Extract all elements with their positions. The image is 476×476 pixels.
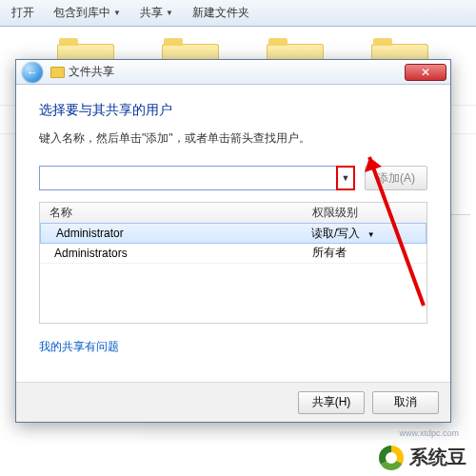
toolbar-new-folder[interactable]: 新建文件夹 [185, 2, 257, 24]
toolbar-include-label: 包含到库中 [53, 5, 110, 21]
chevron-down-icon: ▼ [166, 9, 173, 17]
watermark: www.xtdpc.com [399, 428, 459, 438]
brand-text: 系统豆 [409, 445, 466, 470]
brand: 系统豆 [379, 445, 466, 470]
arrow-left-icon: ← [27, 66, 38, 79]
brand-logo-icon [379, 446, 404, 470]
close-icon: ✕ [421, 66, 430, 79]
permission-label: 所有者 [312, 246, 347, 259]
row-permission-cell: 所有者 [312, 245, 426, 261]
chevron-down-icon: ▼ [342, 173, 350, 183]
add-button[interactable]: 添加(A) [365, 166, 427, 190]
dialog-title: 文件共享 [69, 64, 114, 80]
toolbar-open[interactable]: 打开 [4, 2, 42, 24]
list-row[interactable]: Administrators 所有者 [40, 243, 426, 264]
user-name-input[interactable] [40, 167, 336, 189]
chevron-down-icon: ▼ [367, 230, 375, 239]
list-header: 名称 权限级别 [40, 203, 426, 224]
user-input-row: ▼ 添加(A) [39, 166, 427, 190]
help-link[interactable]: 我的共享有问题 [39, 339, 119, 355]
user-dropdown-button[interactable]: ▼ [336, 166, 355, 190]
breadcrumb: 文件共享 [50, 64, 114, 80]
row-name-cell: Administrator [41, 227, 311, 240]
cancel-button[interactable]: 取消 [372, 391, 439, 414]
page-heading: 选择要与其共享的用户 [39, 102, 427, 119]
page-subtext: 键入名称，然后单击"添加"，或者单击箭头查找用户。 [39, 130, 427, 147]
user-combobox[interactable]: ▼ [39, 166, 355, 190]
chevron-down-icon: ▼ [113, 9, 121, 17]
share-folder-icon [50, 67, 65, 78]
file-sharing-dialog: ← 文件共享 ✕ 选择要与其共享的用户 键入名称，然后单击"添加"，或者单击箭头… [15, 59, 451, 423]
back-button[interactable]: ← [22, 62, 43, 83]
toolbar-share-label: 共享 [140, 5, 163, 21]
user-list: 名称 权限级别 Administrator 读取/写入 ▼ Administra… [39, 202, 427, 324]
list-row[interactable]: Administrator 读取/写入 ▼ [40, 223, 426, 244]
share-button[interactable]: 共享(H) [298, 391, 365, 414]
dialog-titlebar: ← 文件共享 ✕ [16, 60, 450, 85]
dialog-body: 选择要与其共享的用户 键入名称，然后单击"添加"，或者单击箭头查找用户。 ▼ 添… [16, 85, 450, 355]
toolbar-newfolder-label: 新建文件夹 [192, 5, 249, 21]
row-name-cell: Administrators [40, 247, 312, 260]
dialog-footer: 共享(H) 取消 [16, 382, 450, 422]
user-name-label: Administrators [54, 247, 128, 260]
close-button[interactable]: ✕ [405, 64, 446, 81]
row-permission-cell[interactable]: 读取/写入 ▼ [311, 226, 426, 242]
user-name-label: Administrator [56, 227, 124, 240]
explorer-toolbar: 打开 包含到库中▼ 共享▼ 新建文件夹 [0, 0, 476, 27]
permission-label: 读取/写入 [311, 227, 360, 240]
toolbar-share[interactable]: 共享▼ [132, 2, 181, 24]
toolbar-open-label: 打开 [11, 5, 34, 21]
toolbar-include-in-library[interactable]: 包含到库中▼ [46, 2, 129, 24]
column-name: 名称 [40, 205, 312, 221]
column-permission: 权限级别 [312, 205, 426, 221]
